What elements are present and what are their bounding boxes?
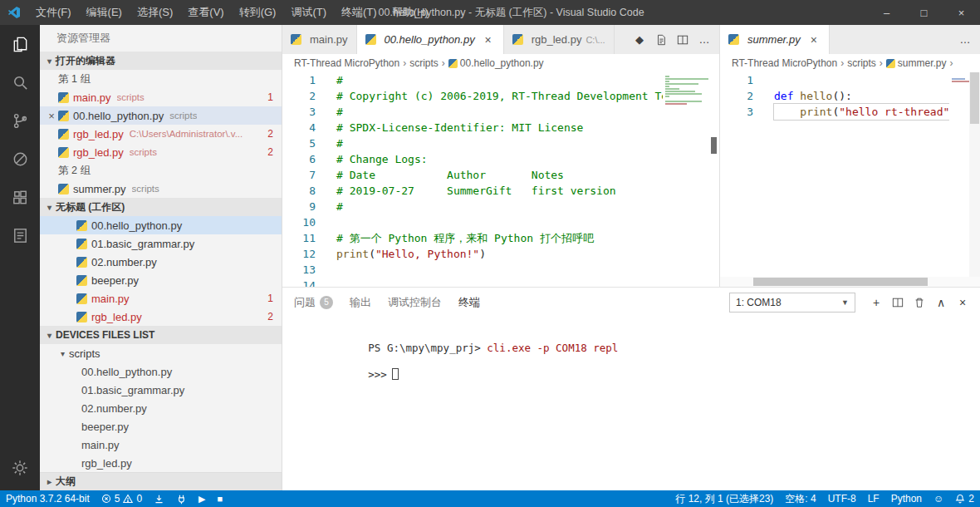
breadcrumb-folder[interactable]: scripts [409, 57, 439, 69]
code-editor[interactable]: 12def hello():3 print("hello rt-thread" [720, 72, 980, 287]
code-line[interactable]: 1# [282, 72, 719, 88]
terminal-instance-select[interactable]: 1: COM18 ▼ [729, 293, 855, 313]
notifications-bell[interactable]: 2 [949, 490, 980, 507]
devices-files-header[interactable]: ▾ DEVICES FILES LIST [40, 326, 282, 344]
debug-icon[interactable] [0, 140, 40, 178]
extensions-icon[interactable] [0, 178, 40, 216]
indentation-status[interactable]: 空格: 4 [779, 490, 821, 507]
workspace-section-header[interactable]: ▾ 无标题 (工作区) [40, 198, 282, 216]
open-preview-icon[interactable] [651, 30, 671, 50]
file-main-py[interactable]: main.py 1 [40, 289, 282, 308]
close-icon[interactable]: × [45, 110, 58, 122]
code-line[interactable]: 8# 2019-07-27 SummerGift first version [282, 183, 719, 199]
run-icon[interactable]: ▶ [193, 490, 211, 507]
device-file[interactable]: 01.basic_grammar.py [40, 381, 282, 399]
settings-gear-icon[interactable] [0, 449, 40, 487]
code-line[interactable]: 14 [282, 278, 719, 287]
python-interpreter-status[interactable]: Python 3.7.2 64-bit [0, 490, 96, 507]
new-terminal-icon[interactable]: + [865, 292, 887, 313]
kill-terminal-icon[interactable] [909, 292, 930, 313]
tab-terminal[interactable]: 终端 [458, 288, 480, 317]
tab-output[interactable]: 输出 [350, 288, 371, 317]
menu-terminal[interactable]: 终端(T) [334, 0, 385, 25]
code-line[interactable]: 9# [282, 199, 719, 214]
minimize-button[interactable]: – [868, 0, 905, 25]
tab-main-py[interactable]: main.py [282, 25, 357, 54]
download-icon[interactable] [148, 490, 170, 507]
connect-device-icon[interactable] [170, 490, 193, 507]
open-editor-summer-py[interactable]: summer.py scripts [40, 180, 282, 198]
cursor-position-status[interactable]: 行 12, 列 1 (已选择23) [669, 490, 779, 507]
run-diamond-icon[interactable]: ◆ [630, 30, 649, 50]
menu-go[interactable]: 转到(G) [232, 0, 284, 25]
device-file[interactable]: 00.hello_python.py [40, 362, 282, 381]
breadcrumb-folder[interactable]: scripts [847, 57, 876, 69]
close-panel-icon[interactable]: × [952, 292, 973, 313]
open-editor-rgb-led-py-scripts[interactable]: rgb_led.py scripts 2 [40, 143, 282, 161]
encoding-status[interactable]: UTF-8 [822, 490, 862, 507]
scrollbar-thumb[interactable] [970, 72, 979, 124]
file-01-basic-grammar-py[interactable]: 01.basic_grammar.py [40, 234, 282, 253]
breadcrumb-file[interactable]: 00.hello_python.py [460, 57, 544, 69]
source-control-icon[interactable] [0, 101, 40, 140]
device-file[interactable]: rgb_led.py [40, 454, 282, 472]
open-editor-rgb-led-py-user[interactable]: rgb_led.py C:\Users\Administrator\.v... … [40, 125, 282, 143]
code-line[interactable]: 1 [720, 72, 980, 88]
code-line[interactable]: 6# Change Logs: [282, 151, 719, 167]
open-editors-header[interactable]: ▾ 打开的编辑器 [40, 52, 282, 70]
split-terminal-icon[interactable] [887, 292, 909, 313]
minimap[interactable] [663, 72, 719, 287]
file-rgb-led-py[interactable]: rgb_led.py 2 [40, 308, 282, 326]
device-file[interactable]: main.py [40, 436, 282, 454]
breadcrumb-file[interactable]: summer.py [898, 57, 947, 69]
search-icon[interactable] [0, 63, 40, 101]
code-line[interactable]: 4# SPDX-License-Identifier: MIT License [282, 120, 719, 135]
code-line[interactable]: 2def hello(): [720, 88, 980, 104]
code-line[interactable]: 12print("Hello, Python!") [282, 246, 719, 262]
minimap[interactable] [949, 72, 969, 287]
outline-section-header[interactable]: ▸ 大纲 [40, 472, 282, 490]
menu-selection[interactable]: 选择(S) [130, 0, 180, 25]
code-line[interactable]: 7# Date Author Notes [282, 167, 719, 183]
close-icon[interactable]: × [482, 33, 495, 47]
tab-debug-console[interactable]: 调试控制台 [388, 288, 442, 317]
problems-status[interactable]: 5 0 [96, 490, 148, 507]
eol-status[interactable]: LF [862, 490, 885, 507]
device-file[interactable]: beeper.py [40, 417, 282, 436]
tab-problems[interactable]: 问题 5 [294, 288, 333, 317]
breadcrumb-workspace[interactable]: RT-Thread MicroPython [732, 57, 837, 69]
close-icon[interactable]: × [807, 33, 821, 47]
menu-file[interactable]: 文件(F) [28, 0, 79, 25]
tab-summer-py[interactable]: summer.py × [720, 25, 830, 54]
file-00-hello-python-py[interactable]: 00.hello_python.py [40, 216, 282, 234]
menu-edit[interactable]: 编辑(E) [79, 0, 130, 25]
tab-rgb-led-py[interactable]: rgb_led.py C:\... [504, 25, 615, 54]
code-line[interactable]: 5# [282, 135, 719, 151]
file-beeper-py[interactable]: beeper.py [40, 271, 282, 289]
code-editor[interactable]: 1#2# Copyright (c) 2006-2019, RT-Thread … [282, 72, 719, 287]
language-mode-status[interactable]: Python [885, 490, 928, 507]
code-line[interactable]: 2# Copyright (c) 2006-2019, RT-Thread De… [282, 88, 719, 104]
file-02-number-py[interactable]: 02.number.py [40, 253, 282, 271]
menu-debug[interactable]: 调试(T) [283, 0, 334, 25]
horizontal-scrollbar[interactable] [720, 277, 980, 287]
split-editor-icon[interactable] [673, 30, 693, 50]
vertical-scrollbar[interactable] [969, 72, 980, 287]
open-editor-main-py[interactable]: main.py scripts 1 [40, 88, 282, 106]
device-folder-scripts[interactable]: ▾ scripts [40, 344, 282, 362]
menu-view[interactable]: 查看(V) [180, 0, 231, 25]
open-editor-00-hello-python-py[interactable]: × 00.hello_python.py scripts [40, 106, 282, 125]
code-line[interactable]: 11# 第一个 Python 程序，来和 Python 打个招呼吧 [282, 230, 719, 246]
device-file[interactable]: 02.number.py [40, 399, 282, 417]
code-line[interactable]: 3 print("hello rt-thread" [720, 104, 980, 120]
code-line[interactable]: 13 [282, 262, 719, 278]
scrollbar-thumb[interactable] [753, 278, 928, 286]
stop-icon[interactable]: ■ [212, 490, 229, 507]
close-button[interactable]: × [943, 0, 980, 25]
more-actions-icon[interactable]: … [955, 30, 975, 50]
feedback-smiley-icon[interactable]: ☺ [928, 490, 949, 507]
explorer-icon[interactable] [0, 25, 40, 63]
micropython-extension-icon[interactable] [0, 216, 40, 254]
maximize-button[interactable]: □ [905, 0, 943, 25]
more-actions-icon[interactable]: … [694, 30, 714, 50]
